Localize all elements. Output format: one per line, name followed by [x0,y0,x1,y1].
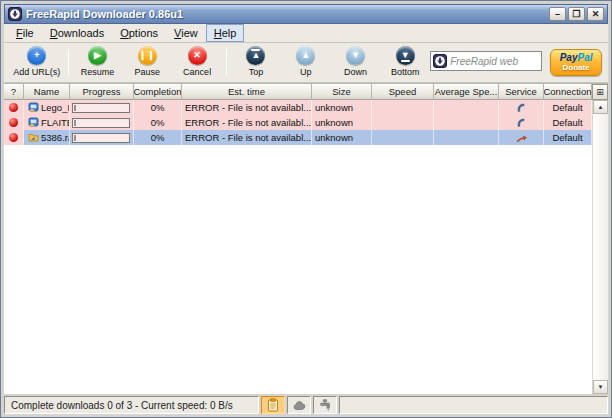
progress-bar [72,118,130,128]
move-down-icon: ▼ [346,46,365,65]
maximize-button[interactable]: ❐ [568,7,585,21]
close-button[interactable]: ✕ [587,7,604,21]
freerapid-web-search [430,51,542,71]
menu-help[interactable]: Help [206,24,245,42]
service-orange-icon [516,133,527,143]
move-top-icon: ▲ [246,46,265,65]
speed-value [372,100,434,115]
progress-bar [72,103,130,113]
est-time-value: ERROR - File is not availabl... [182,100,312,115]
scroll-up-icon[interactable]: ▲ [593,100,608,114]
table-rows: Lego_H... 0% ERROR - File is not availab… [4,100,592,394]
clipboard-monitor-icon[interactable] [261,396,285,414]
quiet-mode-icon[interactable] [287,396,311,414]
speed-value [372,130,434,145]
move-up-icon: ▲ [296,46,315,65]
pause-circle-icon: ❙❙ [138,46,157,65]
header-progress[interactable]: Progress [70,84,134,100]
play-circle-icon: ▶ [88,46,107,65]
est-time-value: ERROR - File is not availabl... [182,130,312,145]
table-row-selected[interactable]: 5386.rar 0% ERROR - File is not availabl… [4,130,592,145]
cancel-button[interactable]: ✕ Cancel [172,45,222,77]
connection-value: Default [544,115,592,130]
cancel-circle-icon: ✕ [188,46,207,65]
up-button[interactable]: ▲ Up [281,45,331,77]
header-status[interactable]: ? [4,84,24,100]
menu-downloads[interactable]: Downloads [42,24,112,42]
progress-bar [72,133,130,143]
paypal-donate-button[interactable]: PayPal Donate [550,49,602,76]
header-est-time[interactable]: Est. time [182,84,312,100]
header-name[interactable]: Name [24,84,70,100]
scrollbar-track[interactable] [593,114,608,380]
title-bar[interactable]: FreeRapid Downloader 0.86u1 – ❐ ✕ [4,4,608,24]
table-header: ? Name Progress Completion Est. time Siz… [4,84,608,100]
service-blue-icon [516,103,526,113]
table-row[interactable]: Lego_H... 0% ERROR - File is not availab… [4,100,592,115]
connection-tap-icon[interactable] [313,396,337,414]
size-value: unknown [312,100,372,115]
freerapid-logo-icon [8,7,22,21]
header-average-speed[interactable]: Average Spe... [434,84,499,100]
search-input[interactable] [447,55,539,68]
add-urls-button[interactable]: + Add URL(s) [10,45,64,77]
resume-button[interactable]: ▶ Resume [73,45,123,77]
service-blue-icon [516,118,526,128]
menu-bar: File Downloads Options View Help [4,24,608,43]
file-name: 5386.rar [41,132,70,143]
window-title: FreeRapid Downloader 0.86u1 [26,8,547,20]
header-connection[interactable]: Connection [544,84,592,100]
toolbar: + Add URL(s) ▶ Resume ❙❙ Pause ✕ Cancel … [4,43,608,83]
status-bar: Complete downloads 0 of 3 - Current spee… [4,394,608,414]
freerapid-logo-icon [433,54,447,68]
menu-view[interactable]: View [166,24,206,42]
column-settings-icon[interactable]: ⊞ [592,84,608,100]
size-value: unknown [312,130,372,145]
size-value: unknown [312,115,372,130]
menu-file[interactable]: File [8,24,42,42]
table-empty-area [4,145,592,394]
status-spacer-panel [339,396,608,414]
table-row[interactable]: FLAITE-... 0% ERROR - File is not availa… [4,115,592,130]
file-type-icon [28,102,39,113]
header-service[interactable]: Service [499,84,544,100]
connection-value: Default [544,100,592,115]
completion-value: 0% [134,100,182,115]
header-speed[interactable]: Speed [372,84,434,100]
completion-value: 0% [134,130,182,145]
archive-folder-icon [28,132,39,143]
average-speed-value [434,100,499,115]
average-speed-value [434,130,499,145]
error-ball-icon [9,133,18,142]
plus-circle-icon: + [27,46,46,65]
minimize-button[interactable]: – [549,7,566,21]
header-size[interactable]: Size [312,84,372,100]
pause-button[interactable]: ❙❙ Pause [122,45,172,77]
menu-options[interactable]: Options [112,24,166,42]
downloads-table: ? Name Progress Completion Est. time Siz… [4,83,608,394]
connection-value: Default [544,130,592,145]
toolbar-separator [226,49,227,75]
header-completion[interactable]: Completion [134,84,182,100]
error-ball-icon [9,118,18,127]
average-speed-value [434,115,499,130]
est-time-value: ERROR - File is not availabl... [182,115,312,130]
file-type-icon [28,117,39,128]
file-name: Lego_H... [41,102,70,113]
paypal-logo: PayPal [560,53,593,63]
speed-value [372,115,434,130]
vertical-scrollbar[interactable]: ▲ ▼ [592,100,608,394]
move-bottom-icon: ▼ [396,46,415,65]
scroll-down-icon[interactable]: ▼ [593,380,608,394]
app-window: FreeRapid Downloader 0.86u1 – ❐ ✕ File D… [0,0,612,418]
file-name: FLAITE-... [41,117,70,128]
status-message: Complete downloads 0 of 3 - Current spee… [4,396,259,414]
down-button[interactable]: ▼ Down [331,45,381,77]
completion-value: 0% [134,115,182,130]
bottom-button[interactable]: ▼ Bottom [380,45,430,77]
toolbar-separator [68,49,69,75]
top-button[interactable]: ▲ Top [231,45,281,77]
error-ball-icon [9,103,18,112]
